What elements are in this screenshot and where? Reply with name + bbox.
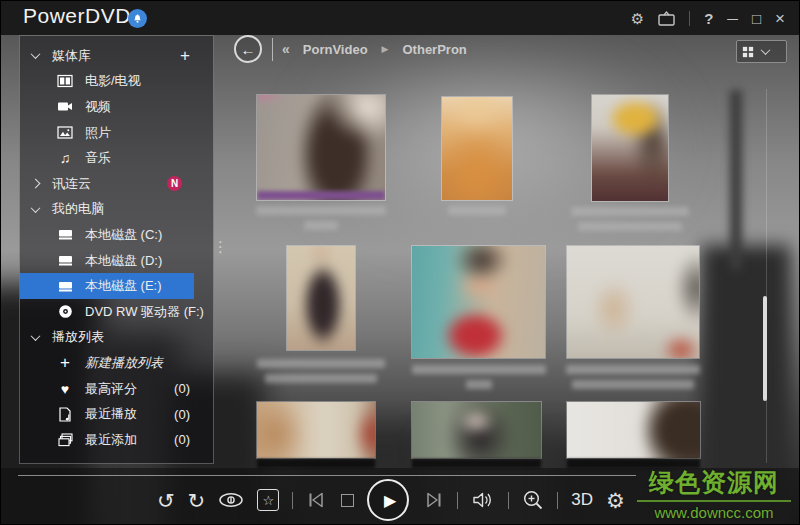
back-button[interactable]: ← bbox=[234, 35, 262, 63]
toolbar-divider bbox=[18, 475, 636, 476]
movie-tv-icon bbox=[57, 73, 73, 89]
photo-icon bbox=[57, 125, 73, 141]
breadcrumb-root[interactable]: PornVideo bbox=[303, 42, 368, 57]
play-button[interactable]: ▶ bbox=[367, 479, 409, 521]
tv-mode-icon[interactable] bbox=[658, 11, 675, 26]
preview-eye-icon[interactable] bbox=[218, 491, 244, 509]
sidebar-item-recently-played[interactable]: 最近播放 (0) bbox=[20, 401, 194, 427]
video-thumbnail[interactable] bbox=[411, 245, 546, 359]
sidebar-item-media-library[interactable]: 媒体库 + bbox=[20, 43, 194, 69]
chevron-down-icon bbox=[760, 45, 770, 55]
scrollbar-track[interactable] bbox=[766, 89, 767, 463]
thumbnail-image bbox=[411, 401, 542, 459]
toolbar-separator bbox=[457, 492, 458, 509]
sidebar-item-music[interactable]: ♫ 音乐 bbox=[20, 145, 194, 171]
collapse-path-icon[interactable]: « bbox=[282, 41, 289, 57]
recently-added-icon bbox=[57, 432, 73, 448]
video-thumbnail[interactable] bbox=[411, 401, 542, 459]
video-thumbnail[interactable] bbox=[441, 96, 513, 201]
maximize-icon[interactable]: □ bbox=[752, 11, 761, 26]
thumbnail-image bbox=[591, 94, 669, 202]
thumbnail-image bbox=[566, 401, 701, 459]
thumbnail-caption bbox=[571, 207, 689, 231]
watermark-divider bbox=[637, 500, 791, 502]
sidebar-item-label: 新建播放列表 bbox=[85, 354, 163, 372]
item-count: (0) bbox=[174, 381, 194, 396]
scrollbar-thumb[interactable] bbox=[763, 296, 767, 401]
video-thumbnail[interactable] bbox=[256, 401, 376, 459]
rotate-left-icon[interactable]: ↺ bbox=[157, 490, 175, 511]
video-thumbnail[interactable] bbox=[591, 94, 669, 202]
new-badge: N bbox=[167, 176, 182, 191]
back-arrow-icon: ← bbox=[241, 41, 256, 58]
watermark-url: www.downcc.com bbox=[635, 504, 793, 521]
skip-previous-icon[interactable] bbox=[306, 491, 328, 509]
sidebar-item-photos[interactable]: 照片 bbox=[20, 120, 194, 146]
toolbar-separator bbox=[292, 492, 293, 509]
sidebar-item-drive-d[interactable]: 本地磁盘 (D:) bbox=[20, 248, 194, 274]
thumbnail-caption bbox=[412, 365, 546, 389]
zoom-in-icon[interactable] bbox=[522, 489, 544, 511]
chevron-down-icon bbox=[31, 331, 41, 341]
thumbnail-image bbox=[286, 245, 356, 351]
sidebar-item-dvd-drive-f[interactable]: DVD RW 驱动器 (F:) bbox=[20, 299, 194, 325]
music-icon: ♫ bbox=[57, 150, 73, 166]
view-mode-button[interactable] bbox=[736, 40, 787, 63]
sidebar-item-videos[interactable]: 视频 bbox=[20, 94, 194, 120]
sidebar-item-label: 视频 bbox=[85, 98, 111, 116]
drive-icon bbox=[57, 227, 73, 243]
sidebar-item-label: 最高评分 bbox=[85, 380, 137, 398]
sidebar-item-drive-e[interactable]: 本地磁盘 (E:) bbox=[20, 273, 194, 299]
breadcrumb: « PornVideo ▶ OtherPron bbox=[282, 41, 467, 57]
sidebar: 媒体库 + 电影/电视 视频 照片 ♫ 音乐 讯连云 bbox=[19, 35, 214, 464]
item-count: (0) bbox=[174, 432, 194, 447]
sidebar-item-recently-added[interactable]: 最近添加 (0) bbox=[20, 427, 194, 453]
drive-icon bbox=[57, 278, 73, 294]
sidebar-item-playlists[interactable]: 播放列表 bbox=[20, 325, 194, 351]
thumbnail-image bbox=[566, 245, 700, 359]
window-controls: ⚙ ? ─ □ × bbox=[631, 1, 785, 35]
video-thumbnail[interactable] bbox=[256, 94, 386, 201]
3d-mode-button[interactable]: 3D bbox=[571, 490, 593, 510]
rate-star-icon[interactable]: ☆ bbox=[257, 489, 279, 511]
sidebar-resize-handle[interactable]: ⋮ bbox=[213, 239, 228, 254]
stop-icon[interactable] bbox=[341, 494, 354, 507]
breadcrumb-arrow-icon: ▶ bbox=[382, 44, 389, 54]
watermark: 绿色资源网 www.downcc.com bbox=[635, 466, 793, 521]
rotate-right-icon[interactable]: ↻ bbox=[188, 490, 206, 511]
sidebar-item-movies-tv[interactable]: 电影/电视 bbox=[20, 69, 194, 95]
thumbnail-caption bbox=[566, 365, 700, 389]
sidebar-item-label: 本地磁盘 (C:) bbox=[85, 226, 162, 244]
sidebar-item-label: 讯连云 bbox=[52, 175, 91, 193]
skip-next-icon[interactable] bbox=[422, 491, 444, 509]
video-thumbnail[interactable] bbox=[286, 245, 356, 351]
sidebar-item-cyberlink-cloud[interactable]: 讯连云 N bbox=[20, 171, 194, 197]
close-icon[interactable]: × bbox=[775, 10, 785, 27]
thumbnail-caption bbox=[256, 206, 386, 230]
title-bar: PowerDVD ⚙ ? ─ □ × bbox=[1, 1, 799, 35]
video-thumbnail[interactable] bbox=[566, 401, 701, 459]
sidebar-item-my-computer[interactable]: 我的电脑 bbox=[20, 197, 194, 223]
thumbnail-image bbox=[441, 96, 513, 201]
app-title: PowerDVD bbox=[23, 4, 131, 28]
add-media-icon[interactable]: + bbox=[180, 46, 194, 66]
notification-bell-icon[interactable] bbox=[128, 9, 147, 28]
sidebar-item-new-playlist[interactable]: + 新建播放列表 bbox=[20, 350, 194, 376]
drive-icon bbox=[57, 253, 73, 269]
video-icon bbox=[57, 99, 73, 115]
thumbnail-image bbox=[256, 401, 376, 459]
video-thumbnail[interactable] bbox=[566, 245, 700, 359]
sidebar-item-top-rated[interactable]: ♥ 最高评分 (0) bbox=[20, 376, 194, 402]
settings-gear-icon[interactable]: ⚙ bbox=[631, 11, 644, 26]
volume-icon[interactable] bbox=[471, 490, 495, 510]
sidebar-item-label: 电影/电视 bbox=[85, 72, 141, 90]
chevron-right-icon bbox=[31, 179, 41, 189]
help-icon[interactable]: ? bbox=[704, 11, 713, 26]
settings-gear-icon[interactable]: ⚙ bbox=[606, 490, 625, 511]
minimize-icon[interactable]: ─ bbox=[727, 11, 738, 26]
sidebar-item-label: 本地磁盘 (D:) bbox=[85, 252, 162, 270]
sidebar-item-drive-c[interactable]: 本地磁盘 (C:) bbox=[20, 222, 194, 248]
sidebar-item-label: 播放列表 bbox=[52, 328, 104, 346]
thumbnail-caption bbox=[412, 459, 541, 468]
breadcrumb-current[interactable]: OtherPron bbox=[403, 42, 467, 57]
